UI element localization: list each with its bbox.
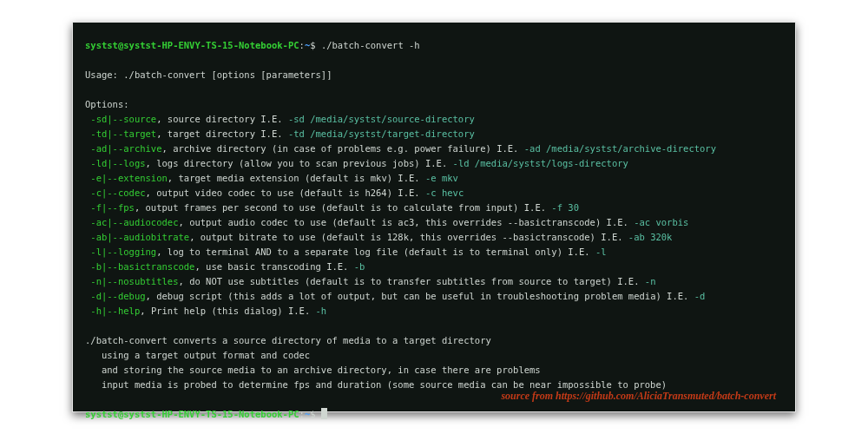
option-desc: , output bitrate to use (default is 128k… — [189, 232, 628, 242]
option-flag: -ad|--archive — [90, 143, 161, 154]
option-example: -td /media/systst/target-directory — [288, 128, 475, 139]
option-flag: -b|--basictranscode — [90, 261, 194, 272]
option-flag: -l|--logging — [90, 247, 156, 257]
option-example: -d — [694, 291, 706, 301]
option-desc: , log to terminal AND to a separate log … — [156, 247, 595, 257]
option-desc: , target media extension (default is mkv… — [168, 173, 425, 183]
option-example: -ad /media/systst/archive-directory — [524, 143, 716, 154]
option-flag: -e|--extension — [90, 173, 168, 183]
options-header: Options: — [85, 99, 129, 109]
option-desc: , debug script (this adds a lot of outpu… — [146, 291, 694, 301]
terminal-window: systst@systst-HP-ENVY-TS-15-Notebook-PC:… — [72, 22, 796, 412]
option-flag: -td|--target — [90, 128, 156, 139]
option-flag: -ld|--logs — [90, 158, 145, 168]
option-desc: , do NOT use subtitles (default is to tr… — [178, 276, 644, 286]
prompt-dollar: $ — [310, 409, 315, 419]
option-example: -h — [316, 306, 327, 316]
option-example: -l — [595, 247, 607, 257]
option-desc: , output frames per second to use (defau… — [135, 202, 551, 213]
prompt-host: systst-HP-ENVY-TS-15-Notebook-PC — [123, 409, 299, 419]
option-desc: , output video codec to use (default is … — [146, 187, 425, 198]
option-flag: -sd|--source — [90, 114, 156, 124]
option-desc: , Print help (this dialog) I.E. — [140, 306, 315, 316]
option-desc: , logs directory (allow you to scan prev… — [146, 158, 453, 168]
prompt-dollar: $ — [310, 40, 315, 50]
option-flag: -n|--nosubtitles — [90, 276, 178, 286]
footer-line: input media is probed to determine fps a… — [85, 379, 667, 390]
option-flag: -d|--debug — [90, 291, 145, 301]
option-desc: , output audio codec to use (default is … — [178, 217, 634, 227]
option-example: -ld /media/systst/logs-directory — [453, 158, 628, 168]
option-desc: , archive directory (in case of problems… — [162, 143, 524, 154]
option-example: -sd /media/systst/source-directory — [288, 114, 475, 124]
option-desc: , use basic transcoding I.E. — [194, 261, 353, 272]
option-example: -e mkv — [425, 173, 458, 183]
source-attribution: source from https://github.com/AliciaTra… — [501, 390, 776, 403]
option-example: -n — [645, 276, 656, 286]
option-desc: , target directory I.E. — [156, 128, 288, 139]
option-desc: , source directory I.E. — [156, 114, 288, 124]
usage-line: Usage: ./batch-convert [options [paramet… — [85, 69, 332, 80]
option-flag: -f|--fps — [90, 202, 135, 213]
option-flag: -h|--help — [90, 306, 140, 316]
option-example: -ac vorbis — [634, 217, 688, 227]
footer-line: using a target output format and codec — [85, 350, 310, 360]
entered-command: ./batch-convert -h — [321, 40, 420, 50]
option-flag: -ab|--audiobitrate — [90, 232, 189, 242]
option-flag: -c|--codec — [90, 187, 145, 198]
terminal-output[interactable]: systst@systst-HP-ENVY-TS-15-Notebook-PC:… — [73, 23, 795, 411]
cursor — [321, 408, 327, 419]
prompt-user: systst — [85, 409, 118, 419]
footer-line: and storing the source media to an archi… — [85, 365, 541, 375]
option-example: -f 30 — [551, 202, 579, 213]
option-example: -b — [354, 261, 365, 272]
footer-line: ./batch-convert converts a source direct… — [85, 335, 491, 345]
option-example: -ab 320k — [628, 232, 673, 242]
prompt-host: systst-HP-ENVY-TS-15-Notebook-PC — [123, 40, 299, 50]
option-flag: -ac|--audiocodec — [90, 217, 178, 227]
prompt-user: systst — [85, 40, 118, 50]
option-example: -c hevc — [425, 187, 464, 198]
